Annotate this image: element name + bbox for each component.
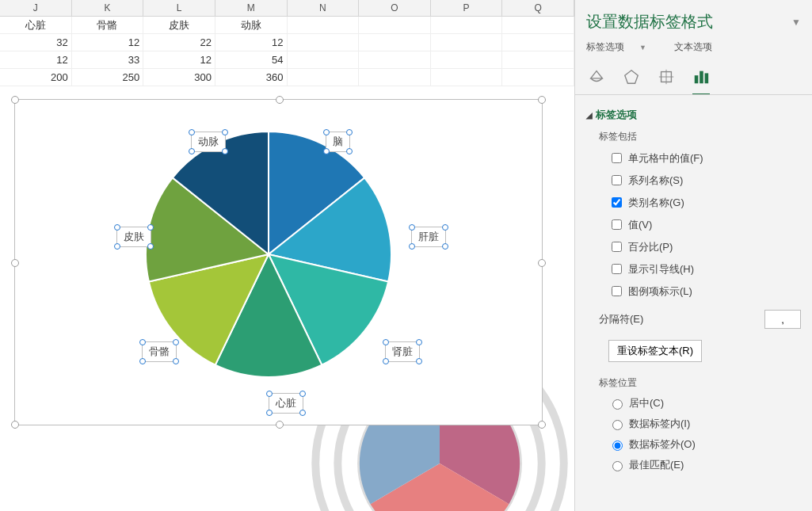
label-text: 动脉 <box>198 135 219 147</box>
col-header-N[interactable]: N <box>288 0 360 16</box>
cell[interactable] <box>502 17 574 34</box>
pane-icon-tabs <box>586 60 801 89</box>
cell[interactable]: 54 <box>215 51 288 69</box>
radio-center[interactable]: 居中(C) <box>608 396 801 410</box>
label-text: 肝脏 <box>418 231 439 242</box>
label-contains: 标签包括 <box>599 130 801 143</box>
resize-handle[interactable] <box>11 259 19 267</box>
pane-title-row: 设置数据标签格式 ▼ <box>586 11 801 32</box>
checkbox-legend-key[interactable]: 图例项标示(L) <box>608 284 801 299</box>
data-label-heart[interactable]: 心脏 <box>269 393 303 414</box>
chart-options-icon[interactable] <box>691 67 711 87</box>
data-label-kidney[interactable]: 肾脏 <box>385 341 420 362</box>
cell[interactable]: 33 <box>72 51 144 69</box>
cell[interactable] <box>431 34 503 51</box>
label-text: 脑 <box>333 135 343 147</box>
table-row: 200 250 300 360 <box>0 69 574 86</box>
cell[interactable] <box>359 17 431 34</box>
data-label-artery[interactable]: 动脉 <box>191 132 226 152</box>
format-pane: 设置数据标签格式 ▼ 标签选项▼ 文本选项 ◢标签选项 标签包括 单元格中的值(… <box>574 0 812 511</box>
column-headers: J K L M N O P Q <box>0 0 574 17</box>
cell[interactable] <box>431 51 503 69</box>
cell[interactable] <box>431 17 503 34</box>
resize-handle[interactable] <box>11 421 19 429</box>
data-label-bone[interactable]: 骨骼 <box>142 341 177 362</box>
table-row: 12 33 12 54 <box>0 51 574 69</box>
svg-marker-3 <box>625 71 639 84</box>
radio-outside[interactable]: 数据标签外(O) <box>608 437 801 452</box>
checkbox-leader-lines[interactable]: 显示引导线(H) <box>608 261 801 276</box>
svg-rect-6 <box>700 71 703 84</box>
cell[interactable]: 250 <box>72 69 144 86</box>
cell[interactable] <box>502 34 574 51</box>
label-text: 皮肤 <box>124 231 144 242</box>
label-position: 标签位置 <box>599 376 801 390</box>
cell[interactable] <box>288 17 360 34</box>
resize-handle[interactable] <box>276 96 284 104</box>
pane-dropdown-icon[interactable]: ▼ <box>791 17 801 28</box>
cell[interactable] <box>288 34 360 51</box>
chart-object[interactable]: 脑 肝脏 肾脏 心脏 骨骼 皮肤 动脉 <box>14 99 543 425</box>
svg-rect-5 <box>695 75 699 83</box>
cell[interactable]: 12 <box>215 34 288 51</box>
label-text: 肾脏 <box>392 345 413 357</box>
cell[interactable] <box>359 34 431 51</box>
grid[interactable]: 心脏 骨骼 皮肤 动脉 32 12 22 12 12 3 <box>0 17 574 86</box>
data-label-brain[interactable]: 脑 <box>326 132 350 152</box>
cell[interactable]: 300 <box>143 69 215 86</box>
col-header-O[interactable]: O <box>359 0 431 16</box>
cell[interactable]: 32 <box>0 34 72 51</box>
cell[interactable]: 骨骼 <box>72 17 144 34</box>
resize-handle[interactable] <box>276 421 284 429</box>
resize-handle[interactable] <box>538 421 546 429</box>
cell[interactable]: 22 <box>143 34 215 51</box>
col-header-M[interactable]: M <box>215 0 288 16</box>
resize-handle[interactable] <box>538 259 546 267</box>
col-header-P[interactable]: P <box>431 0 503 16</box>
checkbox-value[interactable]: 值(V) <box>608 217 801 232</box>
radio-best-fit[interactable]: 最佳匹配(E) <box>608 458 801 472</box>
tab-text-options[interactable]: 文本选项 <box>674 41 712 52</box>
tab-label-options[interactable]: 标签选项▼ <box>586 41 659 52</box>
separator-label: 分隔符(E) <box>599 312 643 326</box>
cell[interactable]: 皮肤 <box>143 17 215 34</box>
cell[interactable] <box>359 69 431 86</box>
separator-field[interactable] <box>764 310 801 329</box>
pane-title: 设置数据标签格式 <box>586 11 713 32</box>
resize-handle[interactable] <box>538 96 546 104</box>
col-header-K[interactable]: K <box>72 0 144 16</box>
table-row: 32 12 22 12 <box>0 34 574 51</box>
size-properties-icon[interactable] <box>656 67 677 87</box>
resize-handle[interactable] <box>11 96 19 104</box>
data-label-liver[interactable]: 肝脏 <box>411 227 446 247</box>
cell[interactable] <box>288 69 360 86</box>
cell[interactable]: 200 <box>0 69 72 86</box>
label-text: 心脏 <box>276 397 296 409</box>
cell[interactable] <box>502 51 574 69</box>
cell[interactable]: 360 <box>215 69 288 86</box>
col-header-J[interactable]: J <box>0 0 72 16</box>
checkbox-category-name[interactable]: 类别名称(G) <box>608 195 801 210</box>
reset-label-text-button[interactable]: 重设标签文本(R) <box>608 340 702 362</box>
cell[interactable]: 12 <box>0 51 72 69</box>
fill-line-icon[interactable] <box>586 67 607 87</box>
cell[interactable] <box>288 51 360 69</box>
checkbox-series-name[interactable]: 系列名称(S) <box>608 173 801 188</box>
cell[interactable]: 动脉 <box>215 17 288 34</box>
radio-inside[interactable]: 数据标签内(I) <box>608 417 801 431</box>
checkbox-cell-value[interactable]: 单元格中的值(F) <box>608 151 801 166</box>
effects-icon[interactable] <box>621 67 642 87</box>
worksheet-area[interactable]: J K L M N O P Q 心脏 骨骼 皮肤 动脉 32 12 2 <box>0 0 574 511</box>
cell[interactable] <box>431 69 503 86</box>
data-label-skin[interactable]: 皮肤 <box>116 227 151 247</box>
cell[interactable] <box>359 51 431 69</box>
col-header-Q[interactable]: Q <box>502 0 574 16</box>
section-label-options[interactable]: ◢标签选项 <box>586 108 801 122</box>
cell[interactable]: 12 <box>143 51 215 69</box>
cell[interactable]: 12 <box>72 34 144 51</box>
cell[interactable] <box>502 69 574 86</box>
label-text: 骨骼 <box>149 345 170 357</box>
col-header-L[interactable]: L <box>143 0 215 16</box>
checkbox-percentage[interactable]: 百分比(P) <box>608 239 801 254</box>
cell[interactable]: 心脏 <box>0 17 72 34</box>
